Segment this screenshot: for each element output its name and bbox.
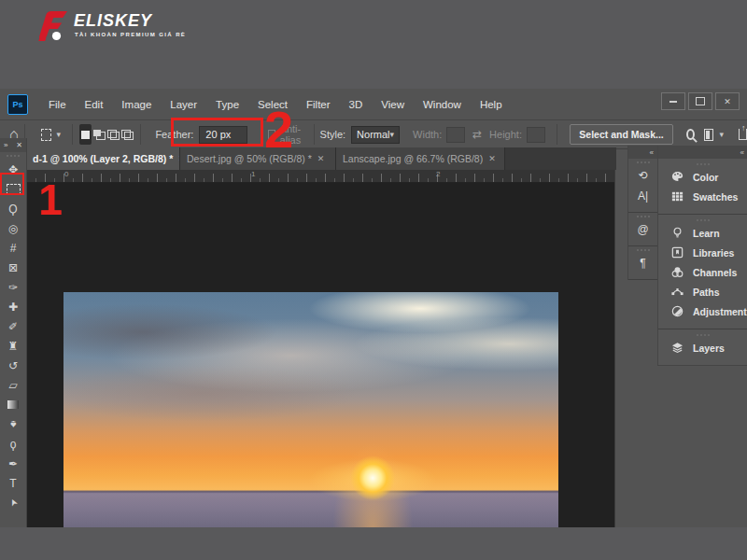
panel-drag-handle[interactable]	[628, 246, 657, 253]
ruler-tick-label: 0	[64, 170, 68, 178]
menu-edit[interactable]: Edit	[76, 99, 113, 110]
panel-icon-strip: « ⟲A|@¶	[627, 146, 657, 280]
panel-tab-channels[interactable]: Channels	[658, 262, 747, 282]
width-input[interactable]	[446, 127, 465, 143]
blur-icon: ♠	[10, 418, 16, 431]
document-tab[interactable]: Lanscape.jpg @ 66.7% (RGB/8)✕	[336, 147, 505, 170]
panel-drag-handle[interactable]	[628, 213, 657, 219]
maximize-button[interactable]	[688, 92, 712, 110]
minimize-button[interactable]	[661, 92, 685, 110]
document-tab[interactable]: d-1 @ 100% (Layer 2, RGB/8) *✕	[26, 147, 180, 170]
panel-tab-learn[interactable]: Learn	[658, 223, 747, 243]
eyedropper-icon: ✑	[8, 281, 18, 294]
panel-group: LearnLibrariesChannelsPathsAdjustments	[658, 215, 747, 329]
logo-brand-text: ELISKEY	[74, 11, 152, 31]
panel-label: Swatches	[693, 191, 738, 203]
tool-history-brush-tool[interactable]: ↺	[0, 356, 26, 375]
tool-lasso-tool[interactable]: Ϙ	[0, 199, 26, 218]
tool-dodge-tool[interactable]: ϙ	[0, 434, 26, 454]
tools-panel: » ✕ ✥Ϙ◎#⊠✑✚✐♜↺▱♠ϙ✒T➤	[0, 138, 27, 527]
select-and-mask-button[interactable]: Select and Mask...	[570, 124, 672, 145]
panel-tab-color[interactable]: Color	[658, 167, 747, 187]
paragraph-panel-icon[interactable]: ¶	[628, 253, 657, 273]
brush-icon: ✐	[8, 320, 18, 333]
menu-view[interactable]: View	[372, 99, 414, 110]
tool-quick-selection-tool[interactable]: ◎	[0, 218, 26, 238]
tool-path-selection-tool[interactable]: ➤	[0, 493, 26, 512]
panel-drag-handle[interactable]	[658, 161, 747, 167]
panel-tab-libraries[interactable]: Libraries	[658, 243, 747, 262]
tool-frame-tool[interactable]: ⊠	[0, 258, 26, 277]
share-icon[interactable]	[739, 129, 747, 140]
history-panel-icon[interactable]: ⟲	[628, 165, 657, 186]
panel-tab-adjustments[interactable]: Adjustments	[658, 301, 747, 321]
icon-strip-collapse-icon[interactable]: «	[628, 146, 657, 159]
style-label: Style:	[320, 129, 346, 140]
tool-clone-stamp-tool[interactable]: ♜	[0, 336, 26, 356]
panel-dock-collapse-icon[interactable]: «	[658, 146, 747, 159]
swatches-icon	[670, 189, 684, 203]
new-selection-mode-button[interactable]	[79, 124, 92, 145]
glyphs-panel-icon[interactable]: @	[628, 219, 657, 240]
document-tab[interactable]: Desert.jpg @ 50% (RGB/8) *✕	[180, 147, 336, 170]
tool-type-tool[interactable]: T	[0, 473, 26, 493]
character-panel-icon[interactable]: A|	[628, 186, 657, 206]
tool-eraser-tool[interactable]: ▱	[0, 375, 26, 395]
style-dropdown[interactable]: Normal ▾	[351, 126, 400, 144]
menu-3d[interactable]: 3D	[340, 99, 373, 110]
panel-drag-handle[interactable]	[658, 217, 747, 223]
crop-icon: #	[10, 242, 17, 255]
workspace-chevron-icon[interactable]: ▾	[719, 130, 724, 139]
icon-strip-group: ⟲A|	[628, 159, 657, 213]
eliskey-logo-icon	[38, 9, 70, 43]
menu-file[interactable]: File	[39, 99, 76, 110]
ruler-tick-label: 1	[251, 170, 255, 178]
subtract-from-selection-mode-button[interactable]	[107, 124, 120, 145]
toolbar-close-icon[interactable]: ✕	[16, 141, 22, 149]
lasso-icon: Ϙ	[8, 203, 17, 216]
menu-layer[interactable]: Layer	[161, 99, 206, 110]
canvas-area[interactable]: 0 1 2	[26, 170, 615, 527]
dodge-icon: ϙ	[10, 438, 17, 451]
tool-pen-tool[interactable]: ✒	[0, 454, 26, 473]
eliskey-logo: ELISKEY TÀI KHOẢN PREMIUM GIÁ RẺ	[33, 6, 238, 52]
add-to-selection-mode-button[interactable]	[93, 124, 106, 145]
tool-eyedropper-tool[interactable]: ✑	[0, 277, 26, 297]
height-input[interactable]	[527, 127, 545, 143]
tool-blur-tool[interactable]: ♠	[0, 414, 26, 434]
tool-gradient-tool[interactable]	[0, 395, 26, 414]
libraries-icon	[670, 245, 684, 259]
search-icon[interactable]	[686, 129, 695, 140]
menu-type[interactable]: Type	[206, 99, 248, 110]
menu-image[interactable]: Image	[112, 99, 161, 110]
panel-tab-swatches[interactable]: Swatches	[658, 187, 747, 206]
tool-healing-brush-tool[interactable]: ✚	[0, 297, 26, 316]
workspace-icon[interactable]	[704, 129, 714, 141]
panel-drag-handle[interactable]	[628, 159, 657, 165]
panel-drag-handle[interactable]	[658, 331, 747, 338]
document-tab-label: Lanscape.jpg @ 66.7% (RGB/8)	[343, 153, 483, 164]
tool-preset-chevron-icon[interactable]: ▾	[57, 130, 62, 139]
menu-filter[interactable]: Filter	[297, 99, 340, 110]
panel-tab-paths[interactable]: Paths	[658, 282, 747, 301]
tools-column: ✥Ϙ◎#⊠✑✚✐♜↺▱♠ϙ✒T➤	[0, 160, 26, 512]
panel-tab-layers[interactable]: Layers	[658, 338, 747, 357]
style-chevron-icon: ▾	[390, 130, 395, 139]
tab-close-icon[interactable]: ✕	[488, 154, 496, 163]
menu-window[interactable]: Window	[414, 99, 471, 110]
close-button[interactable]: ✕	[715, 92, 740, 110]
tool-brush-tool[interactable]: ✐	[0, 316, 26, 336]
tool-crop-tool[interactable]: #	[0, 238, 26, 258]
toolbar-drag-handle[interactable]	[0, 152, 26, 160]
adjustments-icon	[670, 304, 684, 318]
horizontal-ruler: 0 1 2	[26, 170, 614, 183]
pen-icon: ✒	[8, 457, 18, 470]
menu-help[interactable]: Help	[471, 99, 512, 110]
channels-icon	[670, 265, 684, 279]
toolbar-collapse-icon[interactable]: »	[4, 141, 7, 149]
active-tool-icon[interactable]	[41, 129, 50, 141]
sunset-document-image[interactable]	[63, 292, 558, 527]
swap-dimensions-icon[interactable]: ⇄	[472, 128, 482, 141]
intersect-selection-mode-button[interactable]	[121, 124, 134, 145]
tab-close-icon[interactable]: ✕	[317, 154, 325, 163]
